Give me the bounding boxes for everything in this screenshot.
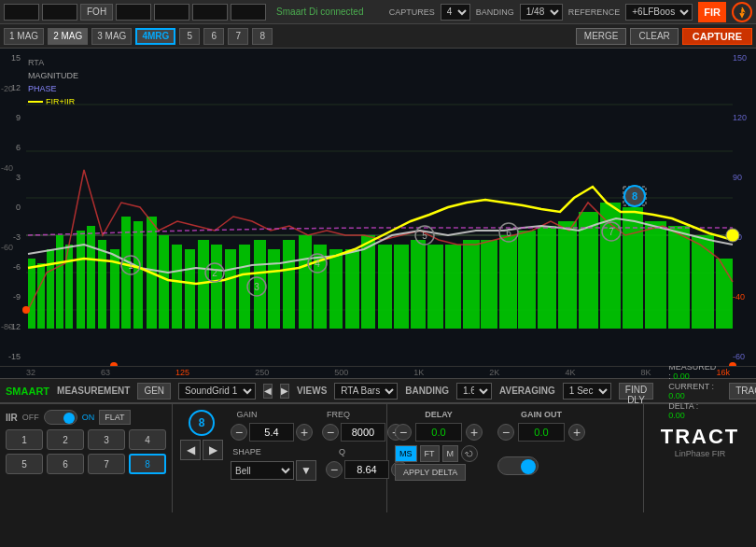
foh-button[interactable]: FOH (80, 4, 113, 21)
prev-node-btn[interactable]: ◀ (180, 440, 201, 460)
chart-svg: 1 2 3 4 5 6 7 8 (0, 49, 756, 366)
merge-button[interactable]: MERGE (576, 28, 627, 45)
delay-reset-icon[interactable] (461, 445, 478, 462)
q-input[interactable] (344, 460, 389, 479)
reference-dropdown[interactable]: +6LFBoost (625, 4, 693, 21)
svg-point-70 (110, 362, 118, 366)
top-input-1[interactable] (4, 4, 39, 21)
shape-down-btn[interactable]: ▼ (296, 460, 316, 481)
eq-btn-5[interactable]: 5 (6, 454, 43, 474)
svg-rect-49 (668, 226, 690, 329)
source-select[interactable]: SoundGrid 1 (178, 383, 256, 400)
clear-button[interactable]: CLEAR (630, 28, 678, 45)
q-minus-btn[interactable]: − (326, 461, 343, 478)
find-dly-button[interactable]: FIND DLY (619, 383, 653, 400)
play-btn[interactable]: ▶ (280, 384, 289, 399)
mag2-button[interactable]: 2 MAG (48, 28, 88, 45)
fir-button[interactable]: FIR (698, 2, 726, 22)
svg-rect-42 (518, 231, 536, 329)
prev-btn[interactable]: ◀ (263, 384, 273, 399)
band5-button[interactable]: 5 (179, 28, 200, 45)
delay-minus-btn[interactable]: − (395, 424, 412, 441)
gain-out-row: − + (497, 423, 585, 442)
flat-button[interactable]: FLAT (99, 410, 130, 425)
eq-btn-6[interactable]: 6 (47, 454, 84, 474)
x-label-8k: 8K (640, 368, 651, 377)
mag3-button[interactable]: 3 MAG (91, 28, 132, 45)
svg-rect-7 (28, 259, 35, 329)
ft-btn[interactable]: FT (420, 445, 440, 462)
svg-text:6: 6 (506, 228, 511, 238)
svg-rect-19 (159, 235, 169, 329)
iir-label: IIR (6, 413, 18, 423)
svg-rect-50 (692, 235, 714, 329)
eq-btn-3[interactable]: 3 (88, 429, 125, 450)
top-input-5[interactable] (192, 4, 228, 21)
eq-btn-8[interactable]: 8 (129, 454, 166, 474)
shape-col: SHAPE BellHigh ShelfLow ShelfHPFLPF ▼ (231, 447, 316, 481)
mrg-button[interactable]: 4MRG (135, 28, 175, 45)
top-input-4[interactable] (154, 4, 189, 21)
svg-rect-44 (558, 221, 577, 329)
x-label-32: 32 (26, 368, 35, 377)
gain-out-toggle[interactable] (497, 456, 539, 475)
gain-out-plus-btn[interactable]: + (568, 424, 585, 441)
views-select[interactable]: RTA Bars (334, 383, 398, 400)
gain-out-header: GAIN OUT (497, 410, 585, 419)
eq-btn-2[interactable]: 2 (47, 429, 84, 450)
eq-btn-7[interactable]: 7 (88, 454, 125, 474)
averaging-label: AVERAGING (499, 386, 555, 396)
smaart-bar: SMAART MEASUREMENT GEN SoundGrid 1 ◀ ▶ V… (0, 378, 756, 402)
eq-btn-4[interactable]: 4 (129, 429, 166, 450)
captures-dropdown[interactable]: 48 (441, 4, 470, 21)
freq-label: FREQ (322, 410, 355, 419)
gain-out-input[interactable] (518, 423, 565, 442)
top-input-2[interactable] (42, 4, 77, 21)
iir-header: IIR OFF ON FLAT (6, 410, 166, 425)
iir-toggle-thumb (63, 413, 75, 424)
m-btn[interactable]: M (442, 445, 459, 462)
smaart-label: SMAART (6, 386, 49, 397)
svg-rect-9 (47, 249, 54, 329)
eq-btn-1[interactable]: 1 (6, 429, 43, 450)
gain-minus-btn[interactable]: − (231, 424, 247, 441)
track-button[interactable]: TRACK (729, 383, 756, 400)
band8-button[interactable]: 8 (252, 28, 273, 45)
svg-rect-38 (445, 245, 461, 329)
band6-button[interactable]: 6 (203, 28, 224, 45)
delay-unit-btns: MS FT M (395, 445, 483, 462)
delay-input[interactable] (415, 423, 462, 442)
measurement-label: MEASUREMENT (57, 386, 130, 396)
gain-plus-btn[interactable]: + (296, 424, 313, 441)
band7-button[interactable]: 7 (228, 28, 248, 45)
iir-section: IIR OFF ON FLAT 1 2 3 4 5 6 7 8 (0, 404, 173, 512)
averaging-select[interactable]: 1 Sec (563, 383, 611, 400)
fir-icon-btn[interactable] (732, 2, 752, 22)
top-input-6[interactable] (231, 4, 266, 21)
shape-select[interactable]: BellHigh ShelfLow ShelfHPFLPF (231, 461, 294, 480)
banding-bar-select[interactable]: 1.6 (456, 383, 492, 400)
banding-dropdown[interactable]: 1/481/241/12 (520, 4, 563, 21)
gen-button[interactable]: GEN (137, 383, 171, 400)
freq-input[interactable] (341, 423, 385, 442)
banding-label: BANDING (476, 7, 514, 17)
svg-rect-13 (87, 226, 95, 329)
gain-input[interactable] (249, 423, 294, 442)
gain-freq-row: GAIN − + FREQ − + (231, 410, 408, 442)
eq-node-circle[interactable]: 8 (189, 410, 215, 436)
iir-toggle[interactable] (44, 410, 77, 425)
freq-minus-btn[interactable]: − (322, 424, 339, 441)
top-input-3[interactable] (116, 4, 151, 21)
delay-plus-btn[interactable]: + (466, 424, 483, 441)
next-node-btn[interactable]: ▶ (203, 440, 223, 460)
on-label: ON (82, 413, 95, 422)
gain-col: GAIN − + (231, 410, 313, 442)
apply-delta-btn[interactable]: APPLY DELTA (395, 464, 466, 481)
capture-button[interactable]: CAPTURE (682, 28, 752, 45)
gain-out-minus-btn[interactable]: − (497, 424, 514, 441)
svg-rect-35 (394, 245, 409, 329)
ms-btn[interactable]: MS (395, 445, 417, 462)
svg-rect-36 (411, 240, 426, 329)
svg-point-71 (729, 362, 736, 366)
mag1-button[interactable]: 1 MAG (4, 28, 44, 45)
